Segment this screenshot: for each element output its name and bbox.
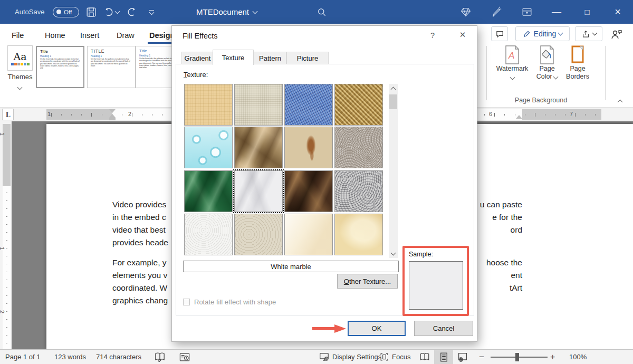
texture-swatch-paper-bag[interactable] [234, 127, 283, 168]
document-title-menu[interactable]: MTEDocument [196, 0, 257, 24]
other-texture-button[interactable]: Other Texture... [337, 274, 398, 289]
zoom-slider-thumb[interactable] [515, 353, 519, 361]
hanging-indent-marker[interactable] [109, 114, 116, 118]
page-info[interactable]: Page 1 of 1 [5, 350, 41, 364]
texture-swatch-beige-speckle[interactable] [234, 214, 283, 255]
autosave-toggle[interactable]: Off [53, 0, 79, 24]
texture-swatch-brown-marble[interactable] [284, 170, 333, 212]
maximize-button[interactable]: □ [578, 0, 596, 24]
texture-swatch-stationery[interactable] [334, 214, 383, 255]
texture-swatch-sand[interactable] [334, 127, 383, 168]
print-layout-button[interactable] [434, 350, 453, 364]
dialog-help-button[interactable]: ? [424, 28, 441, 42]
texture-swatch-water-droplets[interactable] [184, 127, 233, 168]
rotate-fill-checkbox-row: Rotate fill effect with shape [183, 298, 276, 306]
close-window-button[interactable]: × [609, 0, 627, 24]
tab-texture[interactable]: Texture [213, 50, 254, 65]
group-separator [486, 46, 487, 100]
accessibility-checker-icon[interactable] [179, 350, 190, 364]
texture-swatch-denim[interactable] [284, 84, 333, 126]
cancel-button[interactable]: Cancel [414, 321, 473, 336]
scrollbar-thumb[interactable] [389, 94, 397, 109]
texture-scrollbar[interactable] [389, 84, 398, 258]
ink-pen-icon[interactable] [491, 0, 502, 24]
web-layout-button[interactable] [458, 350, 467, 364]
ok-button[interactable]: OK [348, 321, 406, 336]
ruler-number: 6 [489, 111, 492, 117]
share-button[interactable] [575, 26, 602, 41]
vertical-ruler[interactable] [3, 124, 11, 349]
watermark-icon: A [504, 45, 520, 65]
read-mode-button[interactable] [419, 350, 430, 364]
display-settings-button[interactable]: Display Settings [319, 350, 381, 364]
tab-draw[interactable]: Draw [117, 27, 135, 43]
texture-swatch-canvas[interactable] [184, 84, 233, 126]
customize-quick-access-icon[interactable] [149, 0, 154, 24]
collapse-ribbon-chevron-icon[interactable] [618, 98, 622, 106]
texture-swatch-granite[interactable] [334, 170, 383, 212]
first-line-indent-marker[interactable] [109, 109, 116, 113]
scroll-up-icon[interactable] [389, 84, 398, 93]
themes-dropdown-chevron-icon[interactable] [18, 83, 22, 91]
left-indent-marker[interactable] [109, 118, 116, 120]
proofing-icon[interactable] [155, 350, 165, 364]
sample-swatch [409, 261, 463, 310]
zoom-out-button[interactable]: − [479, 350, 484, 364]
texture-swatch-white-marble[interactable] [234, 170, 283, 212]
themes-button[interactable]: Aa [7, 45, 33, 71]
comments-button[interactable] [491, 26, 508, 41]
svg-text:A: A [508, 51, 514, 61]
rotate-fill-checkbox[interactable] [183, 299, 190, 305]
editing-mode-button[interactable]: Editing [515, 26, 570, 41]
search-icon[interactable] [316, 0, 327, 24]
zoom-level[interactable]: 100% [569, 350, 587, 364]
texture-swatch-white-tissue[interactable] [184, 214, 233, 255]
dialog-title: Fill Effects [183, 32, 218, 40]
texture-swatch-parchment[interactable] [284, 214, 333, 255]
chevron-down-icon [253, 8, 258, 14]
group-separator [605, 46, 606, 100]
tab-file[interactable]: File [12, 27, 24, 43]
toggle-knob [56, 9, 61, 14]
texture-swatch-green-marble[interactable] [184, 170, 233, 212]
zoom-in-button[interactable]: + [550, 350, 555, 364]
page-color-chevron-icon [553, 74, 559, 80]
ribbon-display-options-icon[interactable] [521, 0, 533, 24]
style-set-card-2[interactable]: TITLE Heading 1 On the Insert tab, the g… [87, 46, 136, 88]
word-count[interactable]: 123 words [54, 350, 86, 364]
save-icon[interactable] [85, 0, 97, 24]
tab-picture[interactable]: Picture [286, 52, 329, 64]
people-presence-icon[interactable] [610, 28, 622, 41]
minimize-button[interactable]: — [548, 0, 565, 24]
undo-button[interactable] [103, 0, 119, 24]
tab-pattern[interactable]: Pattern [254, 52, 286, 64]
page-borders-label: Page Borders [562, 65, 593, 81]
scroll-down-icon[interactable] [389, 249, 398, 258]
redo-button[interactable] [127, 0, 137, 24]
comment-icon [495, 30, 504, 39]
undo-dropdown-chevron-icon[interactable] [115, 8, 120, 14]
texture-swatch-recycled-paper[interactable] [234, 84, 283, 126]
style-set-card-1[interactable]: Title Heading 1 On the Insert tab, the g… [36, 46, 84, 88]
zoom-slider-track[interactable] [491, 357, 548, 358]
autosave-label: AutoSave [15, 0, 44, 24]
watermark-button[interactable]: A Watermark [496, 45, 529, 81]
tab-stop-selector[interactable]: L [2, 109, 14, 120]
premium-diamond-icon[interactable] [460, 0, 472, 24]
ruler-number: 2 [128, 111, 131, 117]
texture-swatch-woven-mat[interactable] [334, 84, 383, 126]
watermark-label: Watermark [496, 65, 529, 73]
document-name: MTEDocument [196, 7, 249, 16]
sample-highlight-box: Sample: [402, 246, 469, 316]
tab-home[interactable]: Home [45, 27, 65, 43]
page-color-button[interactable]: Page Color [532, 45, 562, 81]
tab-gradient[interactable]: Gradient [181, 52, 214, 64]
tab-insert[interactable]: Insert [80, 27, 99, 43]
page-borders-button[interactable]: Page Borders [562, 45, 593, 81]
texture-swatch-fish-fossil[interactable] [284, 127, 333, 168]
dialog-close-button[interactable]: ✕ [454, 28, 471, 42]
ruler-number: 2 [0, 310, 5, 313]
focus-button[interactable]: Focus [380, 350, 410, 364]
right-indent-marker[interactable] [516, 115, 522, 119]
char-count[interactable]: 714 characters [96, 350, 141, 364]
